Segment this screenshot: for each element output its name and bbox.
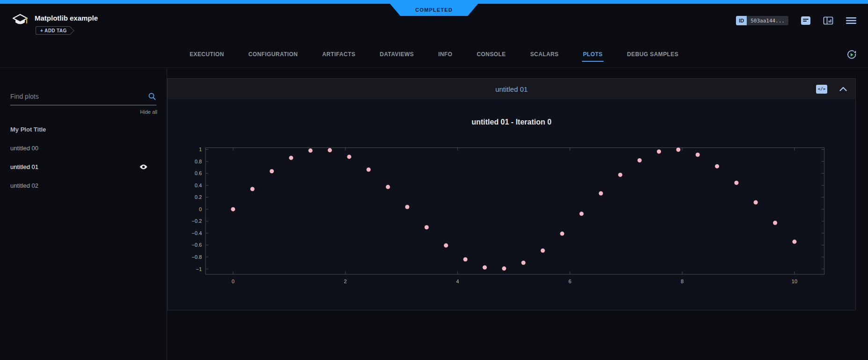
tab-execution[interactable]: EXECUTION bbox=[189, 48, 225, 62]
plot-list-item-untitled-00[interactable]: untitled 00 bbox=[0, 139, 167, 157]
plot-card-header: untitled 01 </> bbox=[168, 79, 855, 99]
plot-list-item-untitled-01[interactable]: untitled 01 bbox=[0, 157, 167, 176]
plot-sidebar: Hide all My Plot Title untitled 00 untit… bbox=[0, 68, 167, 360]
id-label: ID bbox=[736, 16, 747, 25]
tab-plots[interactable]: PLOTS bbox=[582, 48, 603, 62]
svg-text:1: 1 bbox=[199, 147, 202, 152]
task-id-badge: ID 503aa144... bbox=[736, 16, 788, 25]
auto-refresh-icon[interactable] bbox=[846, 49, 858, 61]
svg-text:6: 6 bbox=[568, 279, 571, 284]
task-id-value[interactable]: 503aa144... bbox=[747, 16, 788, 25]
svg-text:0.4: 0.4 bbox=[195, 183, 202, 188]
collapse-chevron-icon[interactable] bbox=[839, 87, 847, 91]
svg-text:0.2: 0.2 bbox=[195, 194, 202, 200]
svg-text:0.8: 0.8 bbox=[195, 159, 202, 164]
plot-card-title: untitled 01 bbox=[168, 85, 855, 93]
svg-text:−0.2: −0.2 bbox=[191, 218, 202, 224]
plots-main-area: untitled 01 </> untitled 01 - Iteration … bbox=[167, 68, 868, 360]
plot-list: My Plot Title untitled 00 untitled 01 un… bbox=[0, 120, 167, 195]
plot-card-body: untitled 01 - Iteration 0 024681010.80.6… bbox=[168, 99, 855, 310]
plot-card: untitled 01 </> untitled 01 - Iteration … bbox=[167, 78, 856, 310]
svg-text:−1: −1 bbox=[196, 266, 202, 272]
menu-icon[interactable] bbox=[846, 16, 857, 25]
plot-list-item-my-plot-title[interactable]: My Plot Title bbox=[0, 120, 167, 139]
tab-console[interactable]: CONSOLE bbox=[476, 48, 507, 62]
app-window: COMPLETED Matplotlib example + ADD TAG I… bbox=[0, 0, 868, 360]
plot-search-box bbox=[10, 92, 156, 105]
tab-scalars[interactable]: SCALARS bbox=[529, 48, 559, 62]
top-accent-bar bbox=[0, 0, 868, 4]
code-embed-icon[interactable]: </> bbox=[816, 85, 827, 94]
svg-text:−0.6: −0.6 bbox=[191, 242, 202, 248]
task-title: Matplotlib example bbox=[35, 14, 98, 22]
details-panel-icon[interactable] bbox=[823, 16, 833, 25]
svg-text:0: 0 bbox=[232, 279, 235, 284]
task-type-icon bbox=[11, 12, 29, 29]
svg-text:2: 2 bbox=[344, 279, 347, 284]
tab-artifacts[interactable]: ARTIFACTS bbox=[321, 48, 356, 62]
tab-debug-samples[interactable]: DEBUG SAMPLES bbox=[626, 48, 679, 62]
tab-configuration[interactable]: CONFIGURATION bbox=[247, 48, 299, 62]
svg-text:10: 10 bbox=[792, 279, 797, 284]
svg-text:0: 0 bbox=[199, 206, 202, 212]
svg-text:8: 8 bbox=[681, 279, 684, 284]
svg-text:−0.4: −0.4 bbox=[191, 230, 202, 236]
header: Matplotlib example + ADD TAG ID 503aa144… bbox=[0, 4, 868, 42]
description-icon[interactable] bbox=[801, 16, 811, 25]
hide-all-link[interactable]: Hide all bbox=[0, 109, 157, 115]
add-tag-button[interactable]: + ADD TAG bbox=[36, 26, 70, 35]
search-icon[interactable] bbox=[148, 92, 156, 101]
tab-bar: EXECUTION CONFIGURATION ARTIFACTS DATAVI… bbox=[0, 42, 868, 68]
tab-info[interactable]: INFO bbox=[437, 48, 453, 62]
scatter-chart[interactable]: 024681010.80.60.40.20−0.2−0.4−0.6−0.8−1 bbox=[168, 99, 856, 310]
svg-text:0.6: 0.6 bbox=[195, 170, 202, 176]
plot-list-item-untitled-02[interactable]: untitled 02 bbox=[0, 176, 167, 195]
eye-icon[interactable] bbox=[139, 164, 148, 170]
find-plots-input[interactable] bbox=[10, 93, 148, 100]
svg-text:4: 4 bbox=[456, 279, 459, 284]
svg-text:−0.8: −0.8 bbox=[191, 254, 202, 260]
tab-dataviews[interactable]: DATAVIEWS bbox=[379, 48, 415, 62]
